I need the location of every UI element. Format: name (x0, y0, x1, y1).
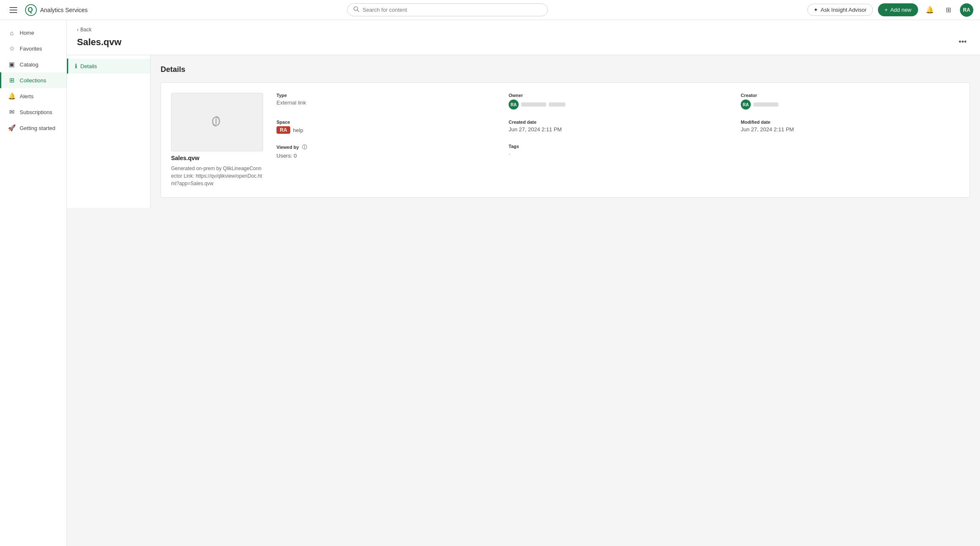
viewed-by-label: Viewed by ⓘ (276, 144, 495, 151)
main-content: ‹ Back Sales.qvw ••• ℹ Details Detai (67, 20, 980, 546)
creator-row: RA (741, 100, 960, 110)
user-avatar[interactable]: RA (960, 3, 973, 17)
sidebar-label-collections: Collections (20, 77, 46, 84)
space-badge: RA (276, 126, 290, 134)
meta-type: Type External link (276, 93, 495, 110)
preview-name: Sales.qvw (171, 155, 263, 161)
tags-label: Tags (509, 144, 727, 149)
sidebar-item-subscriptions[interactable]: ✉ Subscriptions (0, 104, 67, 120)
meta-modified-date: Modified date Jun 27, 2024 2:11 PM (741, 120, 960, 134)
modified-date-label: Modified date (741, 120, 960, 125)
space-badge-text: RA (280, 127, 287, 133)
svg-rect-1 (10, 10, 17, 10)
search-container (93, 3, 802, 16)
getting-started-icon: 🚀 (8, 124, 15, 132)
search-icon (353, 6, 359, 13)
details-panel: Details (151, 55, 980, 208)
preview-thumbnail (171, 93, 263, 151)
sidebar-label-catalog: Catalog (20, 61, 38, 68)
tab-details[interactable]: ℹ Details (67, 59, 150, 74)
sidebar-item-favorites[interactable]: ☆ Favorites (0, 41, 67, 56)
modified-date-value: Jun 27, 2024 2:11 PM (741, 126, 960, 133)
sidebar-item-alerts[interactable]: 🔔 Alerts (0, 88, 67, 104)
sidebar-item-getting-started[interactable]: 🚀 Getting started (0, 120, 67, 136)
sidebar-label-alerts: Alerts (20, 93, 33, 100)
grid-icon: ⊞ (946, 6, 951, 14)
creator-label: Creator (741, 93, 960, 98)
meta-owner: Owner RA (509, 93, 727, 110)
info-icon: ⓘ (302, 144, 307, 150)
search-box[interactable] (347, 3, 548, 16)
sidebar-item-home[interactable]: ⌂ Home (0, 25, 67, 41)
type-value: External link (276, 100, 495, 106)
apps-grid-button[interactable]: ⊞ (942, 3, 955, 17)
svg-line-6 (357, 10, 359, 12)
app-name: Analytics Services (40, 7, 88, 13)
meta-section: Type External link Owner RA (276, 93, 960, 187)
notifications-button[interactable]: 🔔 (923, 3, 937, 17)
type-label: Type (276, 93, 495, 98)
creator-avatar: RA (741, 100, 751, 110)
insight-advisor-button[interactable]: ✦ Ask Insight Advisor (807, 4, 873, 16)
page-title-row: Sales.qvw ••• (77, 36, 970, 48)
catalog-icon: ▣ (8, 61, 15, 68)
preview-description: Generated on-prem by QlikLineageConnecto… (171, 165, 263, 187)
link-icon (205, 110, 229, 134)
preview-section: Sales.qvw Generated on-prem by QlikLinea… (171, 93, 263, 187)
sidebar-label-getting-started: Getting started (20, 125, 55, 131)
details-heading: Details (161, 65, 970, 74)
meta-creator: Creator RA (741, 93, 960, 110)
sidebar: ⌂ Home ☆ Favorites ▣ Catalog ⊞ Collectio… (0, 20, 67, 546)
owner-name-placeholder (521, 102, 546, 107)
plus-icon: + (885, 7, 888, 13)
owner-label: Owner (509, 93, 727, 98)
search-input[interactable] (363, 7, 542, 13)
sidebar-item-catalog[interactable]: ▣ Catalog (0, 56, 67, 72)
svg-text:Q: Q (28, 6, 33, 13)
logo[interactable]: Q Analytics Services (25, 4, 88, 16)
back-link[interactable]: ‹ Back (77, 27, 970, 33)
meta-tags: Tags - (509, 144, 727, 159)
meta-created-date: Created date Jun 27, 2024 2:11 PM (509, 120, 727, 134)
back-label: Back (80, 27, 92, 33)
meta-viewed-by: Viewed by ⓘ Users: 0 (276, 144, 495, 159)
more-options-button[interactable]: ••• (955, 36, 970, 48)
owner-name-placeholder2 (549, 102, 565, 107)
alerts-icon: 🔔 (8, 92, 15, 100)
subscriptions-icon: ✉ (8, 108, 15, 116)
sidebar-label-home: Home (20, 30, 34, 36)
details-card: Sales.qvw Generated on-prem by QlikLinea… (161, 82, 970, 198)
sidebar-label-subscriptions: Subscriptions (20, 109, 52, 115)
owner-avatar: RA (509, 100, 519, 110)
add-new-button[interactable]: + Add new (878, 3, 918, 16)
created-date-value: Jun 27, 2024 2:11 PM (509, 126, 727, 133)
space-name: help (293, 127, 303, 133)
insight-icon: ✦ (814, 7, 818, 13)
meta-space: Space RA help (276, 120, 495, 134)
tags-value: - (509, 151, 727, 157)
svg-rect-0 (10, 7, 17, 8)
bell-icon: 🔔 (926, 6, 934, 14)
topnav-actions: ✦ Ask Insight Advisor + Add new 🔔 ⊞ RA (807, 3, 973, 17)
owner-row: RA (509, 100, 727, 110)
content-area: ℹ Details Details (67, 55, 980, 208)
tab-details-label: Details (80, 63, 97, 69)
sidebar-item-collections[interactable]: ⊞ Collections (0, 72, 67, 88)
info-circle-icon: ℹ (75, 63, 77, 69)
back-chevron-icon: ‹ (77, 27, 79, 33)
space-label: Space (276, 120, 495, 125)
left-panel: ℹ Details (67, 55, 151, 208)
app-layout: ⌂ Home ☆ Favorites ▣ Catalog ⊞ Collectio… (0, 0, 980, 546)
page-title: Sales.qvw (77, 37, 121, 48)
sidebar-label-favorites: Favorites (20, 46, 42, 52)
favorites-icon: ☆ (8, 45, 15, 52)
hamburger-button[interactable] (7, 3, 20, 17)
topnav: Q Analytics Services ✦ Ask Insight Advis… (0, 0, 980, 20)
collections-icon: ⊞ (8, 77, 15, 84)
more-dots-icon: ••• (959, 38, 967, 46)
page-header: ‹ Back Sales.qvw ••• (67, 20, 980, 55)
svg-rect-2 (10, 12, 17, 13)
home-icon: ⌂ (8, 29, 15, 36)
space-row: RA help (276, 126, 495, 134)
created-date-label: Created date (509, 120, 727, 125)
